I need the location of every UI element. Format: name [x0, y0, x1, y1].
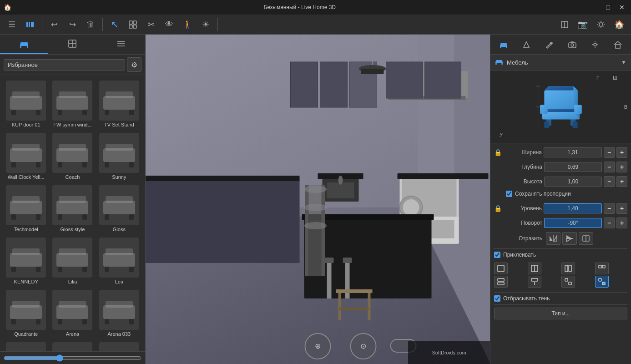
library-item-puni[interactable]: Puni 04: [50, 340, 95, 351]
library-item-techmodel[interactable]: Techmodel: [4, 183, 48, 234]
minimize-button[interactable]: —: [588, 3, 600, 12]
preview-label-y: У: [500, 132, 503, 137]
thumbnail-puni: [52, 342, 92, 351]
library-item-kennedy[interactable]: KENNEDY: [4, 236, 48, 286]
library-item-wall-clock[interactable]: Wall Clock Yell...: [4, 131, 48, 182]
snap-checkbox[interactable]: [494, 252, 500, 258]
reflect-3d-button[interactable]: [579, 232, 593, 245]
sun-button[interactable]: ☀: [197, 16, 214, 33]
library-item-tv-stand[interactable]: TV Set Stand: [97, 79, 141, 129]
height-decrease-button[interactable]: −: [604, 176, 615, 187]
view-button[interactable]: 👁: [161, 16, 177, 33]
level-decrease-button[interactable]: −: [604, 203, 615, 214]
roof-toolbar-button[interactable]: 🏠: [611, 16, 627, 33]
height-value[interactable]: 1,00: [544, 177, 602, 187]
3d-viewport[interactable]: ⊕ ⊙ SoftDroids.com: [146, 35, 490, 364]
snap-btn-5[interactable]: [494, 276, 508, 288]
light-toolbar-button[interactable]: [593, 16, 609, 33]
item-label-lilia: Lilia: [68, 279, 77, 284]
snap-btn-3[interactable]: [561, 263, 575, 274]
library-item-kup-door[interactable]: KUP door 01: [4, 79, 48, 129]
right-tab-camera[interactable]: [564, 36, 581, 53]
library-item-lea[interactable]: Lea: [97, 236, 141, 286]
tab-list[interactable]: [97, 35, 145, 54]
library-item-gloss[interactable]: Gloss: [97, 183, 141, 234]
library-item-arena033[interactable]: Arena 033: [97, 288, 141, 339]
level-value[interactable]: 1,40: [544, 203, 602, 213]
cut-button[interactable]: ✂: [143, 16, 159, 33]
svg-rect-45: [59, 144, 86, 151]
library-item-sunny[interactable]: Sunny: [97, 131, 141, 182]
svg-rect-58: [58, 214, 62, 220]
reflect-h-button[interactable]: [546, 232, 560, 245]
library-item-dinner-chair[interactable]: Dinner chair: [4, 340, 48, 351]
library-item-arena[interactable]: Arena: [50, 288, 95, 339]
divider-2: [494, 248, 627, 249]
library-item-coach[interactable]: Coach: [50, 131, 95, 182]
menu-button[interactable]: ☰: [4, 16, 20, 33]
svg-rect-138: [305, 185, 309, 276]
depth-increase-button[interactable]: +: [616, 162, 627, 172]
right-tab-paint[interactable]: [541, 36, 557, 53]
right-tab-light[interactable]: [587, 36, 603, 53]
snap-btn-6[interactable]: [528, 276, 541, 288]
thumbnail-gloss: [99, 185, 139, 225]
library-button[interactable]: [22, 16, 38, 33]
redo-button[interactable]: ↪: [64, 16, 81, 33]
maximize-button[interactable]: □: [604, 3, 613, 12]
svg-rect-59: [82, 214, 87, 220]
walk-button[interactable]: 🚶: [179, 16, 196, 33]
depth-value[interactable]: 0,69: [544, 162, 602, 172]
tab-furniture[interactable]: [0, 35, 48, 54]
delete-button[interactable]: 🗑: [82, 16, 99, 33]
item-label-quadrante: Quadrante: [14, 331, 38, 337]
width-increase-button[interactable]: +: [616, 147, 627, 158]
snap-btn-1[interactable]: [494, 263, 508, 274]
tab-build[interactable]: [48, 35, 96, 54]
rotation-increase-button[interactable]: +: [616, 217, 627, 228]
library-item-quadrante[interactable]: Quadrante: [4, 288, 48, 339]
library-item-gloss-style[interactable]: Gloss style: [50, 183, 95, 234]
svg-line-15: [603, 26, 604, 27]
svg-rect-139: [322, 185, 325, 276]
library-item-fw-window[interactable]: FW symm wind...: [50, 79, 95, 129]
top-view-button[interactable]: [556, 16, 573, 33]
snap-btn-8[interactable]: [595, 276, 609, 288]
properties-panel: 🔒 Ширина 1,31 − + Глубина 0,69 − + Высот…: [490, 143, 631, 364]
width-decrease-button[interactable]: −: [604, 147, 615, 158]
toolbar-separator-1: [42, 18, 42, 31]
size-range-input[interactable]: [4, 354, 141, 362]
right-tab-furniture[interactable]: [495, 36, 512, 53]
close-button[interactable]: ✕: [616, 3, 627, 12]
furniture-section-header[interactable]: Мебель ▼: [490, 55, 631, 71]
reflect-v-button[interactable]: [562, 232, 577, 245]
snap-btn-4[interactable]: [595, 263, 609, 274]
rotation-decrease-button[interactable]: −: [604, 217, 615, 228]
type-button[interactable]: Тип и...: [494, 308, 627, 319]
library-item-lilia[interactable]: Lilia: [50, 236, 95, 286]
undo-button[interactable]: ↩: [46, 16, 62, 33]
depth-decrease-button[interactable]: −: [604, 162, 615, 172]
snap-btn-7[interactable]: [561, 276, 575, 288]
shadow-checkbox[interactable]: [494, 295, 500, 302]
rotation-value[interactable]: -90°: [544, 218, 602, 228]
proportions-checkbox[interactable]: [506, 191, 512, 197]
level-increase-button[interactable]: +: [616, 203, 627, 214]
svg-rect-43: [36, 162, 40, 167]
right-tab-roof[interactable]: [610, 36, 626, 53]
snap-label: Приклеивать: [503, 252, 536, 258]
right-tab-build[interactable]: [518, 36, 535, 53]
reflect-label: Отразить: [506, 235, 542, 242]
category-dropdown[interactable]: Избранное Все Мебель: [4, 59, 125, 71]
arrange-button[interactable]: [125, 16, 141, 33]
titlebar: 🏠 Безымянный - Live Home 3D — □ ✕: [0, 0, 631, 15]
svg-marker-194: [566, 238, 572, 242]
width-value[interactable]: 1,31: [544, 147, 602, 157]
select-button[interactable]: ↖: [106, 16, 123, 33]
svg-rect-77: [12, 301, 40, 308]
height-increase-button[interactable]: +: [616, 176, 627, 187]
snap-btn-2[interactable]: [528, 263, 541, 274]
library-item-bonsai[interactable]: Bonsai Tree: [97, 340, 141, 351]
camera-button[interactable]: 📷: [575, 16, 591, 33]
library-settings-button[interactable]: ⚙: [127, 57, 141, 72]
